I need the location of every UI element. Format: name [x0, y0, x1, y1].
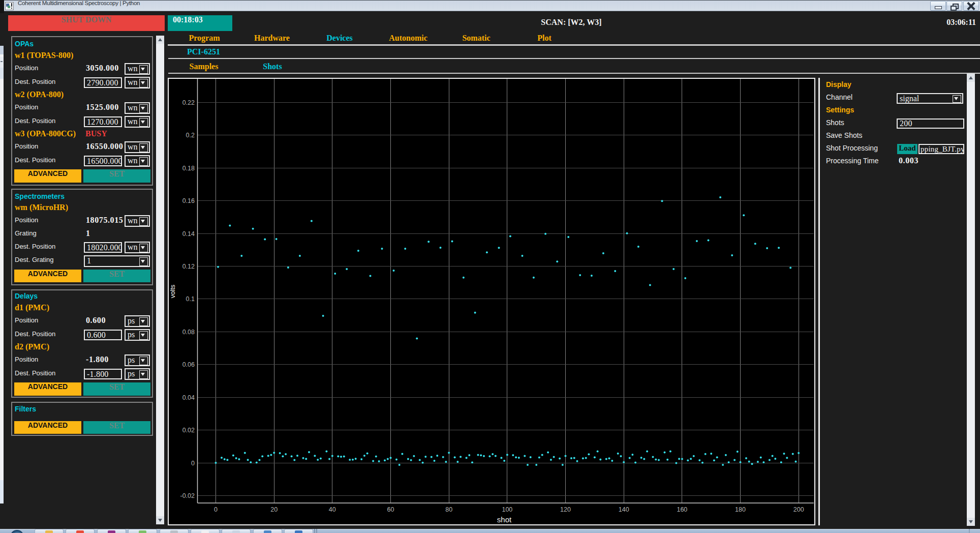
svg-text:-0.02: -0.02: [180, 492, 195, 499]
svg-text:20: 20: [270, 506, 278, 513]
svg-text:180: 180: [735, 506, 746, 513]
svg-text:160: 160: [677, 506, 687, 513]
svg-text:100: 100: [502, 506, 512, 513]
svg-text:120: 120: [560, 506, 571, 513]
svg-text:0.18: 0.18: [182, 165, 195, 172]
svg-text:0.16: 0.16: [182, 197, 195, 204]
svg-text:200: 200: [793, 506, 804, 513]
svg-text:40: 40: [329, 506, 336, 513]
svg-text:0.14: 0.14: [182, 230, 195, 238]
svg-text:0.08: 0.08: [182, 329, 195, 336]
svg-text:0.02: 0.02: [182, 427, 195, 434]
svg-text:0: 0: [191, 460, 195, 467]
svg-text:0.04: 0.04: [182, 394, 195, 401]
svg-text:volts: volts: [169, 284, 176, 298]
svg-text:140: 140: [619, 506, 629, 513]
svg-text:0.22: 0.22: [182, 99, 195, 106]
svg-text:80: 80: [445, 506, 452, 513]
svg-text:0.1: 0.1: [186, 295, 195, 303]
svg-text:60: 60: [387, 506, 394, 513]
svg-text:0.06: 0.06: [182, 361, 195, 368]
svg-text:0.12: 0.12: [182, 263, 195, 270]
svg-text:0: 0: [214, 506, 218, 513]
svg-text:shot: shot: [497, 515, 512, 524]
svg-text:0.2: 0.2: [186, 132, 195, 139]
